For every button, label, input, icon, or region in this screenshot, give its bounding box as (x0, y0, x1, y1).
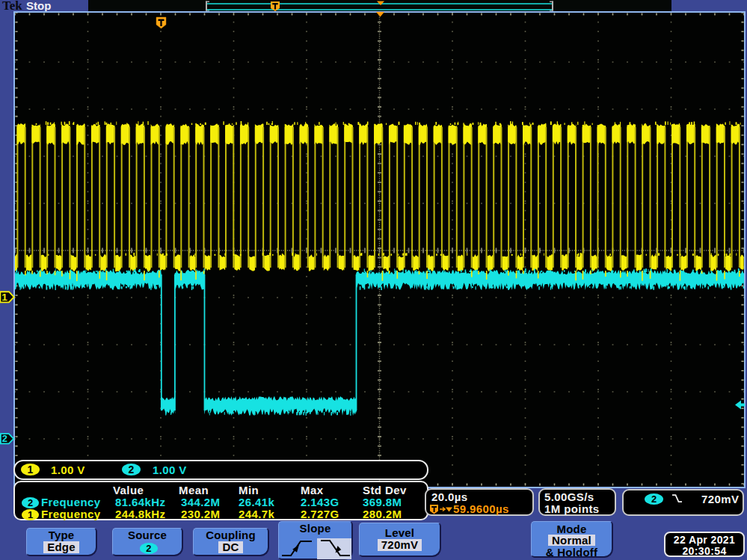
svg-text:2: 2 (2, 433, 7, 444)
svg-text:1: 1 (1, 292, 7, 303)
